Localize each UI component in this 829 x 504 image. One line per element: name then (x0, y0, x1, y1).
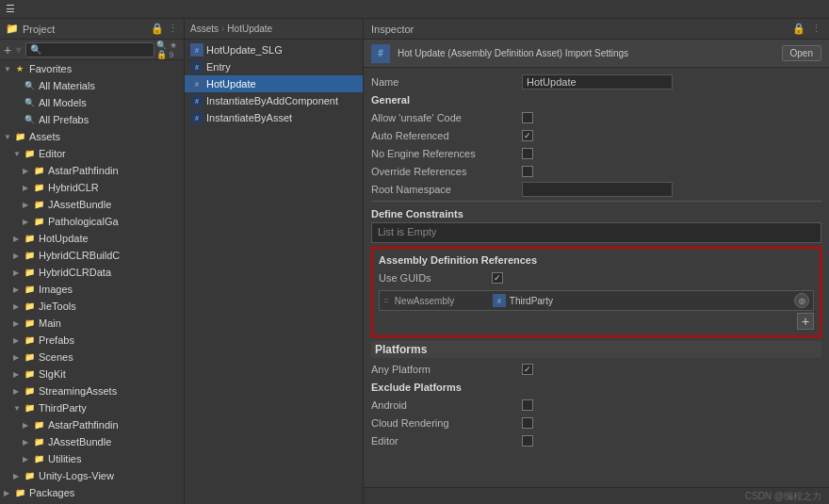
bottom-bar: CSDN @编程之力 (364, 487, 829, 504)
assembly-ref-item-0: = NewAssembly # ThirdParty ◎ (379, 290, 814, 311)
sidebar-item-main[interactable]: ▶ 📁 Main (0, 315, 184, 332)
sidebar-item-slgkit[interactable]: ▶ 📁 SlgKit (0, 366, 184, 382)
folder-icon: 📁 (6, 23, 19, 35)
arrow: ▶ (13, 235, 23, 243)
root-namespace-value (522, 182, 821, 197)
arrow: ▶ (23, 184, 32, 192)
favorites-folder[interactable]: ▼ ★ Favorites (0, 60, 184, 77)
sidebar-item-packages[interactable]: ▶ 📁 Packages (0, 484, 184, 501)
main-label: Main (39, 317, 61, 329)
sidebar-item-hybridclrbuild[interactable]: ▶ 📁 HybridCLRBuildC (0, 247, 184, 264)
jasset2-label: JAssetBundle (48, 436, 111, 447)
ref-asset-name-0: ThirdParty (510, 296, 553, 306)
sidebar-item-pathological[interactable]: ▶ 📁 PathologicalGa (0, 213, 184, 230)
sidebar-item-hybridclr[interactable]: ▶ 📁 HybridCLR (0, 179, 184, 196)
auto-referenced-checkbox[interactable] (522, 130, 533, 141)
file-item-instantiate-add[interactable]: # InstantiateByAddComponent (185, 92, 363, 109)
more-icon[interactable]: ⋮ (811, 23, 821, 35)
sidebar-item-images[interactable]: ▶ 📁 Images (0, 281, 184, 298)
add-icon[interactable]: + (4, 42, 11, 57)
folder-icon-pathological: 📁 (32, 215, 45, 228)
root-namespace-input[interactable] (522, 182, 673, 197)
sidebar-item-streaming[interactable]: ▶ 📁 StreamingAssets (0, 382, 184, 399)
add-row: + (379, 313, 814, 330)
add-assembly-ref-button[interactable]: + (797, 313, 814, 330)
file-item-entry[interactable]: # Entry (185, 58, 363, 75)
arrow: ▶ (23, 201, 32, 209)
breadcrumb-current: HotUpdate (227, 24, 272, 34)
assets-folder[interactable]: ▼ 📁 Assets (0, 128, 184, 145)
ref-circle-btn-0[interactable]: ◎ (794, 293, 809, 308)
drag-handle[interactable]: = (383, 296, 389, 306)
auto-referenced-value (522, 130, 821, 141)
no-engine-refs-checkbox[interactable] (522, 148, 533, 159)
sidebar-item-all-models[interactable]: 🔍 All Models (0, 94, 184, 111)
arrow: ▶ (13, 319, 23, 328)
sidebar-item-editor[interactable]: ▼ 📁 Editor (0, 145, 184, 162)
allow-unsafe-checkbox[interactable] (522, 112, 533, 123)
asset-icon: # (371, 44, 390, 63)
editor-row: Editor (371, 432, 821, 449)
more-icon[interactable]: ⋮ (168, 23, 178, 35)
open-button[interactable]: Open (782, 45, 821, 61)
sidebar-item-astar1[interactable]: ▶ 📁 AstarPathfindin (0, 162, 184, 179)
file-item-hotupdate-slg[interactable]: # HotUpdate_SLG (185, 41, 363, 58)
cloud-rendering-value (522, 417, 821, 429)
lock-icon[interactable]: 🔒 (151, 23, 164, 35)
sidebar-item-jietools[interactable]: ▶ 📁 JieTools (0, 298, 184, 315)
file-item-hotupdate[interactable]: # HotUpdate (185, 75, 363, 92)
sidebar-item-utilities[interactable]: ▶ 📁 Utilities (0, 450, 184, 467)
cloud-rendering-checkbox[interactable] (522, 417, 533, 429)
hamburger-icon: ☰ (6, 3, 15, 15)
name-input[interactable] (522, 74, 673, 89)
android-checkbox[interactable] (522, 399, 533, 411)
sidebar-item-thirdparty[interactable]: ▼ 📁 ThirdParty (0, 399, 184, 416)
file-label-instantiate-add: InstantiateByAddComponent (206, 95, 338, 106)
name-row: Name (371, 73, 821, 90)
sidebar-item-all-materials[interactable]: 🔍 All Materials (0, 77, 184, 94)
sidebar-item-hotupdate[interactable]: ▶ 📁 HotUpdate (0, 230, 184, 247)
allow-unsafe-value (522, 112, 821, 123)
editor-arrow: ▼ (13, 150, 23, 158)
sidebar-item-jasset[interactable]: ▶ 📁 JAssetBundle (0, 196, 184, 213)
general-label: General (371, 94, 522, 106)
all-materials-label: All Materials (39, 80, 95, 91)
sidebar-item-prefabs[interactable]: ▶ 📁 Prefabs (0, 332, 184, 349)
sidebar-item-hybridclrdata[interactable]: ▶ 📁 HybridCLRData (0, 264, 184, 281)
packages-arrow: ▶ (4, 489, 13, 497)
lock-icon[interactable]: 🔒 (792, 23, 805, 35)
editor-platform-checkbox[interactable] (522, 435, 533, 447)
jietools-label: JieTools (39, 301, 76, 312)
sidebar-item-scenes[interactable]: ▶ 📁 Scenes (0, 349, 184, 366)
folder-icon-hybridclrdata: 📁 (23, 266, 36, 279)
asset-title: Hot Update (Assembly Definition Asset) I… (398, 48, 774, 58)
define-constraints-row: Define Constraints (371, 204, 821, 221)
thirdparty-label: ThirdParty (39, 402, 87, 414)
search-input[interactable] (25, 42, 154, 57)
folder-icon-main: 📁 (23, 317, 36, 330)
file-label-instantiate-asset: InstantiateByAsset (206, 112, 292, 123)
main-layout: 📁 Project 🔒 ⋮ + ▼ 🔍 ★ 🔒 9 ▼ ★ Favorites (0, 19, 829, 504)
folder-icon-utilities: 📁 (32, 452, 45, 465)
inspector-content: Name General Allow 'unsafe' Code Auto Re… (364, 68, 829, 487)
root-namespace-label: Root Namespace (371, 184, 522, 195)
define-constraints-box: List is Empty (371, 222, 821, 243)
android-label: Android (371, 399, 522, 411)
breadcrumb-separator: › (221, 24, 224, 34)
override-refs-checkbox[interactable] (522, 166, 533, 177)
override-refs-row: Override References (371, 163, 821, 180)
file-item-instantiate-asset[interactable]: # InstantiateByAsset (185, 109, 363, 126)
sidebar-item-jasset2[interactable]: ▶ 📁 JAssetBundle (0, 433, 184, 450)
any-platform-label: Any Platform (371, 364, 522, 375)
sidebar-item-unity-logs[interactable]: ▶ 📁 Unity-Logs-View (0, 467, 184, 484)
right-panel: Inspector 🔒 ⋮ # Hot Update (Assembly Def… (364, 19, 829, 504)
sidebar-item-all-prefabs[interactable]: 🔍 All Prefabs (0, 111, 184, 128)
auto-referenced-label: Auto Referenced (371, 130, 522, 141)
any-platform-checkbox[interactable] (522, 364, 533, 375)
arrow: ▶ (13, 370, 23, 379)
arrow: ▶ (13, 353, 23, 362)
search-icon-materials: 🔍 (23, 79, 36, 92)
sidebar-item-astar2[interactable]: ▶ 📁 AstarPathfindin (0, 416, 184, 433)
use-guids-checkbox[interactable] (492, 272, 503, 284)
breadcrumb: Assets › HotUpdate (185, 19, 363, 40)
